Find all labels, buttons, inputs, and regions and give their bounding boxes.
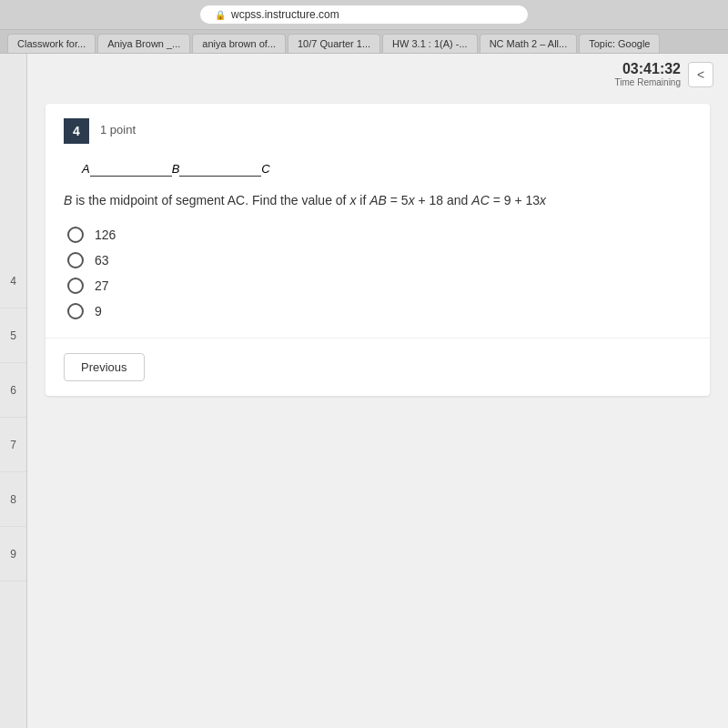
choice-126[interactable]: 126 <box>67 227 692 243</box>
tab-aniya-brown[interactable]: Aniya Brown _... <box>97 34 190 53</box>
point-b: B <box>172 162 180 177</box>
address-bar-container: 🔒 wcpss.instructure.com <box>0 0 728 30</box>
choice-27[interactable]: 27 <box>67 278 692 294</box>
question-text: B is the midpoint of segment AC. Find th… <box>64 191 692 210</box>
main-content: 03:41:32 Time Remaining < 4 1 point A <box>27 54 728 728</box>
choice-63[interactable]: 63 <box>67 252 692 268</box>
sidebar-num-6: 6 <box>0 363 26 418</box>
segment-diagram: A B C <box>82 162 692 177</box>
previous-button[interactable]: Previous <box>64 353 145 381</box>
button-area: Previous <box>46 338 710 396</box>
point-a-label: A <box>82 162 90 176</box>
choice-label-63: 63 <box>95 253 109 268</box>
question-italic-b: B <box>64 193 72 207</box>
tab-quarter[interactable]: 10/7 Quarter 1... <box>288 34 380 53</box>
sidebar-num-8: 8 <box>0 472 26 527</box>
lock-icon: 🔒 <box>215 10 226 20</box>
radio-9[interactable] <box>67 303 84 319</box>
choice-9[interactable]: 9 <box>67 303 692 319</box>
address-bar[interactable]: 🔒 wcpss.instructure.com <box>200 5 528 24</box>
sidebar-num-5: 5 <box>0 308 26 363</box>
radio-63[interactable] <box>67 252 84 268</box>
choice-label-126: 126 <box>95 228 116 242</box>
radio-126[interactable] <box>67 227 84 243</box>
tab-hw[interactable]: HW 3.1 : 1(A) -... <box>382 34 478 53</box>
radio-27[interactable] <box>67 278 84 294</box>
choice-label-9: 9 <box>95 304 102 318</box>
timer-display: 03:41:32 Time Remaining <box>615 61 681 87</box>
tab-nc-math[interactable]: NC Math 2 – All... <box>480 34 578 53</box>
sidebar-num-7: 7 <box>0 418 26 472</box>
timer-time: 03:41:32 <box>615 61 681 77</box>
point-c: C <box>261 162 269 177</box>
tab-topic[interactable]: Topic: Google <box>579 34 660 53</box>
url-text: wcpss.instructure.com <box>231 8 339 21</box>
point-b-label: B <box>172 162 180 176</box>
segment-ab <box>90 176 172 177</box>
question-body: A B C B is the midpoint of segment AC. F… <box>46 162 710 338</box>
point-c-label: C <box>261 162 269 176</box>
segment-bc <box>179 176 261 177</box>
timer-label: Time Remaining <box>615 77 681 87</box>
tab-aniya-brown-of[interactable]: aniya brown of... <box>192 34 286 53</box>
question-points: 1 point <box>100 118 136 136</box>
question-sidebar: 4 5 6 7 8 9 <box>0 54 27 728</box>
page-wrapper: 4 5 6 7 8 9 03:41:32 Time Remaining < 4 … <box>0 54 728 728</box>
answer-choices: 126 63 27 9 <box>67 227 692 319</box>
browser-tabs: Classwork for... Aniya Brown _... aniya … <box>0 30 728 54</box>
tab-classwork[interactable]: Classwork for... <box>7 34 96 53</box>
question-number-badge: 4 <box>64 118 89 144</box>
choice-label-27: 27 <box>95 278 109 293</box>
point-a: A <box>82 162 90 177</box>
timer-collapse-button[interactable]: < <box>688 62 713 87</box>
timer-bar: 03:41:32 Time Remaining < <box>27 54 728 95</box>
sidebar-num-4: 4 <box>0 254 26 308</box>
question-header: 4 1 point <box>46 104 710 151</box>
sidebar-num-9: 9 <box>0 527 26 581</box>
question-card: 4 1 point A B C <box>46 104 710 396</box>
